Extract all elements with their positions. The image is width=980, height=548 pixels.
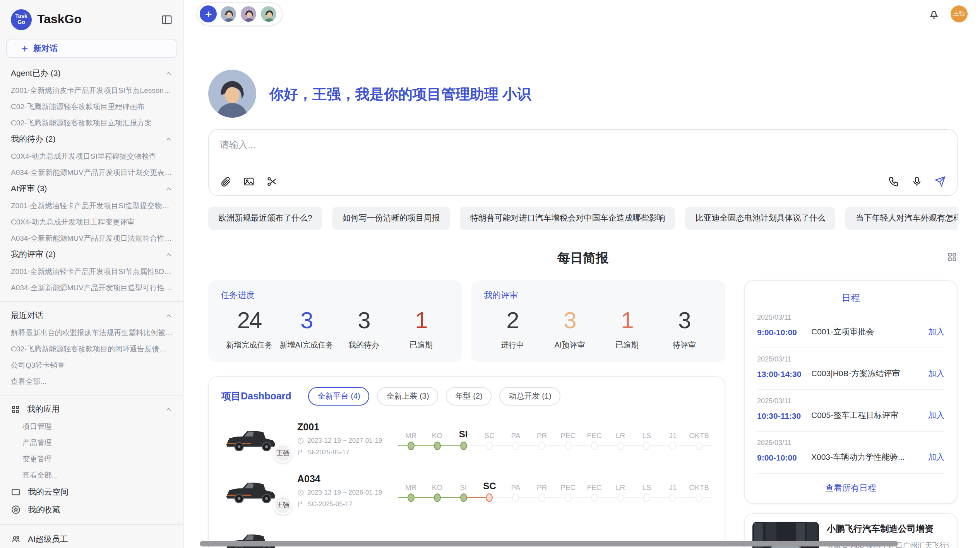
new-chat-button[interactable]: 新对话 [6, 39, 177, 58]
sidebar-task-item[interactable]: C02-飞腾新能源轻客改款项目里程碑画布 [0, 98, 183, 115]
chevron-up-icon [165, 135, 173, 143]
image-icon[interactable] [243, 176, 255, 187]
logo-text-1: Task [15, 13, 27, 19]
people-icon [11, 534, 21, 544]
join-link[interactable]: 加入 [928, 327, 944, 337]
avatar[interactable] [220, 5, 237, 22]
app-item[interactable]: 项目管理 [0, 418, 183, 434]
scissors-icon[interactable] [266, 176, 278, 187]
metric: 3待评审 [656, 307, 713, 351]
recent-chat-item[interactable]: 解释最新出台的欧盟报废车法规再生塑料比例被调至15%... [0, 324, 183, 341]
schedule-date: 2025/03/11 [757, 397, 944, 405]
add-member-button[interactable] [200, 5, 217, 22]
send-icon[interactable] [934, 176, 946, 187]
dashboard-tabs: 全新平台 (4)全新上装 (3)年型 (2)动总开发 (1) [308, 387, 561, 406]
phone-icon[interactable] [888, 176, 899, 187]
avatar[interactable] [260, 5, 277, 22]
chevron-up-icon [165, 312, 173, 320]
join-link[interactable]: 加入 [928, 410, 944, 421]
metric: 2进行中 [484, 307, 541, 351]
recent-chat-item[interactable]: 公司Q3轻卡销量 [0, 357, 183, 373]
stats-row: 任务进度 24新增完成任务3新增AI完成任务3我的待办1已逾期 我的评审 2进行… [208, 280, 725, 362]
schedule-item: 2025/03/11 9:00-10:00 C001-立项审批会 加入 [757, 307, 944, 348]
sidebar-task-item[interactable]: A034-全新新能源MUV产品开发项目计划变更表编写 [0, 164, 183, 180]
suggestion-chip[interactable]: 当下年轻人对汽车外观有怎样的喜好趋势 [846, 207, 958, 230]
sidebar-task-item[interactable]: C02-飞腾新能源轻客改款项目立项汇报方案 [0, 115, 183, 131]
sidebar-task-item[interactable]: Z001-全新燃油轻卡产品开发项目SI造型提交物评审 [0, 197, 183, 214]
briefing-header: 每日简报 [208, 250, 958, 267]
suggestion-chip[interactable]: 欧洲新规最近颁布了什么? [208, 207, 322, 230]
recent-chat-item[interactable]: C02-飞腾新能源轻客改款项目的闭环通告反馈情况 [0, 341, 183, 357]
sidebar-task-item[interactable]: A034-全新新能源MUV产品开发项目造型可行性评审 [0, 279, 183, 296]
section-recent-chats[interactable]: 最近对话 [0, 307, 183, 324]
sidebar-task-item[interactable]: Z001-全新燃油轻卡产品开发项目SI节点属性5D文件评审 [0, 263, 183, 279]
chevron-up-icon [165, 251, 173, 259]
project-dates: 2023-12-19 ~ 2026-01-19 [297, 488, 389, 496]
section-my-todo[interactable]: 我的待办 (2) [0, 131, 183, 148]
briefing-left-column: 任务进度 24新增完成任务3新增AI完成任务3我的待办1已逾期 我的评审 2进行… [208, 280, 725, 548]
topbar: 王强 [184, 0, 980, 28]
composer-toolbar [220, 176, 946, 187]
user-avatar[interactable]: 王强 [951, 5, 968, 22]
join-link[interactable]: 加入 [928, 452, 944, 463]
chat-input[interactable] [220, 139, 946, 150]
content-scroll[interactable]: 你好，王强，我是你的项目管理助理 小识 欧洲新规最近颁布了什么?如何写一份清晰的… [184, 28, 980, 548]
metric: 1已逾期 [392, 307, 450, 351]
suggestion-chip[interactable]: 如何写一份清晰的项目周报 [332, 207, 450, 230]
sidebar-task-item[interactable]: Z001-全新燃油皮卡产品开发项目SI节点Lesson Learn报告 [0, 82, 183, 98]
section-ai-review[interactable]: AI评审 (3) [0, 180, 183, 197]
view-all-schedule-link[interactable]: 查看所有日程 [757, 474, 944, 494]
sidebar-collapse-icon[interactable] [161, 14, 173, 25]
metric: 1已逾期 [598, 307, 656, 351]
schedule-title: 日程 [757, 289, 944, 307]
app-item[interactable]: 变更管理 [0, 450, 183, 467]
schedule-item: 2025/03/11 9:00-10:00 X003-车辆动力学性能验... 加… [757, 432, 944, 474]
greeting-text: 你好，王强，我是你的项目管理助理 小识 [269, 84, 531, 103]
apps-view-all[interactable]: 查看全部... [0, 467, 183, 483]
sidebar-task-item[interactable]: C0X4-动力总成开发项目SI里程碑提交物检查 [0, 148, 183, 164]
join-link[interactable]: 加入 [928, 368, 944, 379]
sidebar-scroll[interactable]: Agent已办 (3) Z001-全新燃油皮卡产品开发项目SI节点Lesson … [0, 58, 183, 548]
project-row[interactable]: 王强 A034 2023-12-19 ~ 2026-01-19 [221, 472, 712, 509]
dashboard-title: 项目Dashboard [221, 390, 291, 403]
assistant-avatar [208, 70, 256, 118]
schedule-name: C001-立项审批会 [811, 327, 922, 337]
app-item[interactable]: 产品管理 [0, 434, 183, 450]
schedule-card: 日程 2025/03/11 9:00-10:00 C001-立项审批会 加入 [744, 280, 958, 504]
suggestion-chip[interactable]: 比亚迪全固态电池计划具体说了什么 [685, 207, 836, 230]
suggestion-chip[interactable]: 特朗普可能对进口汽车增税会对中国车企造成哪些影响 [460, 207, 675, 230]
horizontal-scrollbar[interactable] [200, 541, 898, 546]
section-my-review[interactable]: 我的评审 (2) [0, 246, 183, 263]
app-logo: Task Go [11, 9, 32, 30]
avatar[interactable] [240, 5, 257, 22]
microphone-icon[interactable] [911, 176, 923, 187]
project-row[interactable]: 王强 Z001 2023-12-19 ~ 2027-01-19 [221, 420, 712, 457]
dashboard-tab[interactable]: 动总开发 (1) [500, 387, 561, 406]
clock-icon [297, 437, 304, 444]
sidebar-item-ai-staff[interactable]: AI超级员工 [0, 530, 183, 548]
recent-view-all[interactable]: 查看全部... [0, 373, 183, 389]
cloud-space-icon [11, 487, 21, 497]
sidebar-item-favorites[interactable]: 我的收藏 [0, 501, 183, 519]
sidebar-item-cloud-space[interactable]: 我的云空间 [0, 483, 183, 501]
sidebar-task-item[interactable]: C0X4-动力总成开发项目工程变更评审 [0, 214, 183, 230]
project-car-image: 王强 [221, 420, 280, 457]
dashboard-tab[interactable]: 年型 (2) [446, 387, 492, 406]
section-agent-done[interactable]: Agent已办 (3) [0, 65, 183, 82]
dashboard-tab[interactable]: 全新上装 (3) [377, 387, 439, 406]
project-info: Z001 2023-12-19 ~ 2027-01-19 SI-2025-05-… [297, 422, 389, 456]
project-milestone-flag: SI-2025-05-17 [297, 448, 389, 456]
attachment-icon[interactable] [220, 176, 231, 187]
suggestion-chips: 欧洲新规最近颁布了什么?如何写一份清晰的项目周报特朗普可能对进口汽车增税会对中国… [208, 207, 958, 230]
flag-icon [297, 500, 304, 507]
task-progress-card: 任务进度 24新增完成任务3新增AI完成任务3我的待办1已逾期 [208, 280, 462, 362]
layout-grid-icon[interactable] [947, 252, 958, 262]
schedule-item: 2025/03/11 13:00-14:30 C003|H0B-方案冻结评审 加… [757, 348, 944, 390]
dashboard-tab[interactable]: 全新平台 (4) [308, 387, 370, 406]
briefing-title: 每日简报 [208, 250, 958, 267]
section-my-apps[interactable]: 我的应用 [0, 401, 183, 418]
notifications-bell-icon[interactable] [928, 8, 940, 20]
news-title: 小鹏飞行汽车制造公司增资 [827, 523, 949, 535]
sidebar-task-item[interactable]: A034-全新新能源MUV产品开发项目法规符合性评审 [0, 230, 183, 246]
milestone-timeline: MRKOSISCPAPRPECFECLRLSJ1OKTB [398, 478, 712, 503]
